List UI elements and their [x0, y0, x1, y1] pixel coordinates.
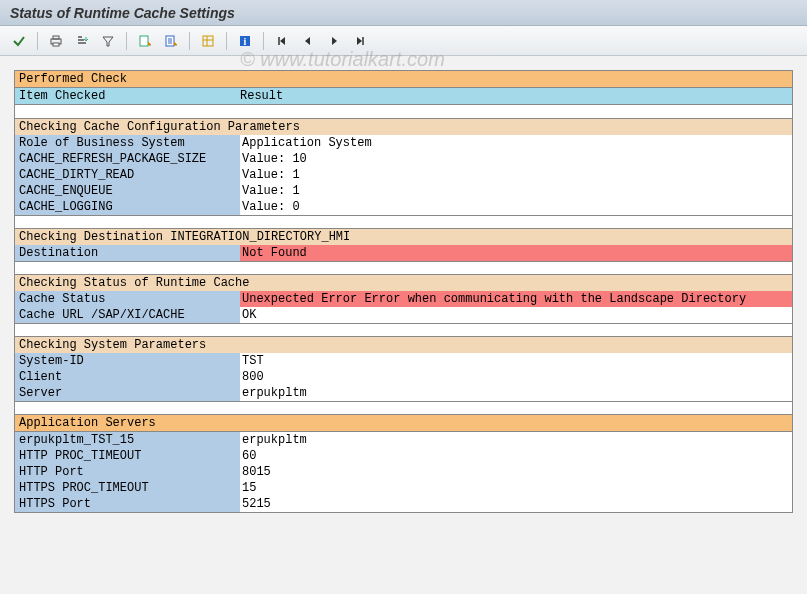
- row-label: CACHE_LOGGING: [15, 199, 240, 215]
- table-row: erpukpltm_TST_15erpukpltm: [15, 432, 792, 448]
- cache-config-rows: Role of Business SystemApplication Syste…: [15, 135, 792, 215]
- system-params-rows: System-IDTSTClient800Servererpukpltm: [15, 353, 792, 401]
- row-value: Value: 1: [240, 167, 792, 183]
- row-label: System-ID: [15, 353, 240, 369]
- info-icon[interactable]: i: [234, 31, 256, 51]
- runtime-cache-rows: Cache StatusUnexpected Error Error when …: [15, 291, 792, 323]
- toolbar: i: [0, 26, 807, 56]
- nav-prev-icon[interactable]: [297, 31, 319, 51]
- row-value: Value: 0: [240, 199, 792, 215]
- separator: [226, 32, 227, 50]
- separator: [189, 32, 190, 50]
- row-label: CACHE_DIRTY_READ: [15, 167, 240, 183]
- nav-first-icon[interactable]: [271, 31, 293, 51]
- table-row: Servererpukpltm: [15, 385, 792, 401]
- row-value: Value: 1: [240, 183, 792, 199]
- row-label: CACHE_REFRESH_PACKAGE_SIZE: [15, 151, 240, 167]
- separator: [126, 32, 127, 50]
- row-value: Application System: [240, 135, 792, 151]
- row-label: HTTP Port: [15, 464, 240, 480]
- column-headers: Item Checked Result: [15, 88, 792, 105]
- table-row: CACHE_DIRTY_READValue: 1: [15, 167, 792, 183]
- row-value: erpukpltm: [240, 432, 792, 448]
- col-item-checked: Item Checked: [15, 88, 240, 104]
- table-row: Role of Business SystemApplication Syste…: [15, 135, 792, 151]
- section-gap: [15, 261, 792, 275]
- content-area: Performed Check Item Checked Result Chec…: [0, 56, 807, 527]
- row-value: 8015: [240, 464, 792, 480]
- row-label: Role of Business System: [15, 135, 240, 151]
- title-bar: Status of Runtime Cache Settings: [0, 0, 807, 26]
- separator: [263, 32, 264, 50]
- row-label: Server: [15, 385, 240, 401]
- row-label: Cache Status: [15, 291, 240, 307]
- row-label: HTTPS Port: [15, 496, 240, 512]
- svg-rect-2: [53, 43, 59, 46]
- row-value: Unexpected Error Error when communicatin…: [240, 291, 792, 307]
- section-gap: [15, 323, 792, 337]
- section-gap: [15, 401, 792, 415]
- table-row: CACHE_ENQUEUEValue: 1: [15, 183, 792, 199]
- section-header-runtime-cache: Checking Status of Runtime Cache: [15, 275, 792, 291]
- row-label: HTTPS PROC_TIMEOUT: [15, 480, 240, 496]
- sort-icon[interactable]: [71, 31, 93, 51]
- table-row: HTTPS PROC_TIMEOUT15: [15, 480, 792, 496]
- row-label: HTTP PROC_TIMEOUT: [15, 448, 240, 464]
- table-row: HTTPS Port5215: [15, 496, 792, 512]
- nav-last-icon[interactable]: [349, 31, 371, 51]
- destination-rows: DestinationNot Found: [15, 245, 792, 261]
- svg-rect-5: [203, 36, 213, 46]
- app-servers-rows: erpukpltm_TST_15erpukpltmHTTP PROC_TIMEO…: [15, 432, 792, 512]
- svg-rect-3: [140, 36, 148, 46]
- filter-icon[interactable]: [97, 31, 119, 51]
- table-row: Cache StatusUnexpected Error Error when …: [15, 291, 792, 307]
- table-row: DestinationNot Found: [15, 245, 792, 261]
- export-spreadsheet-icon[interactable]: [134, 31, 156, 51]
- page-title: Status of Runtime Cache Settings: [10, 5, 235, 21]
- table-row: CACHE_LOGGINGValue: 0: [15, 199, 792, 215]
- row-value: Value: 10: [240, 151, 792, 167]
- row-label: Destination: [15, 245, 240, 261]
- section-gap: [15, 105, 792, 119]
- table-row: CACHE_REFRESH_PACKAGE_SIZEValue: 10: [15, 151, 792, 167]
- row-value: 60: [240, 448, 792, 464]
- row-value: OK: [240, 307, 792, 323]
- col-result: Result: [240, 88, 792, 104]
- section-header-cache-config: Checking Cache Configuration Parameters: [15, 119, 792, 135]
- row-value: 15: [240, 480, 792, 496]
- export-document-icon[interactable]: [160, 31, 182, 51]
- section-header-app-servers: Application Servers: [15, 415, 792, 432]
- row-label: erpukpltm_TST_15: [15, 432, 240, 448]
- section-header-destination: Checking Destination INTEGRATION_DIRECTO…: [15, 229, 792, 245]
- table-row: HTTP Port8015: [15, 464, 792, 480]
- row-value: Not Found: [240, 245, 792, 261]
- row-value: 5215: [240, 496, 792, 512]
- separator: [37, 32, 38, 50]
- table-row: Client800: [15, 369, 792, 385]
- check-icon[interactable]: [8, 31, 30, 51]
- row-value: erpukpltm: [240, 385, 792, 401]
- table-row: Cache URL /SAP/XI/CACHEOK: [15, 307, 792, 323]
- row-value: TST: [240, 353, 792, 369]
- layout-icon[interactable]: [197, 31, 219, 51]
- nav-next-icon[interactable]: [323, 31, 345, 51]
- table-row: System-IDTST: [15, 353, 792, 369]
- row-label: CACHE_ENQUEUE: [15, 183, 240, 199]
- section-header-performed: Performed Check: [15, 71, 792, 88]
- table-row: HTTP PROC_TIMEOUT60: [15, 448, 792, 464]
- section-header-system-params: Checking System Parameters: [15, 337, 792, 353]
- print-icon[interactable]: [45, 31, 67, 51]
- section-gap: [15, 215, 792, 229]
- svg-rect-1: [53, 36, 59, 39]
- row-value: 800: [240, 369, 792, 385]
- row-label: Cache URL /SAP/XI/CACHE: [15, 307, 240, 323]
- row-label: Client: [15, 369, 240, 385]
- svg-text:i: i: [244, 36, 247, 47]
- report-container: Performed Check Item Checked Result Chec…: [14, 70, 793, 513]
